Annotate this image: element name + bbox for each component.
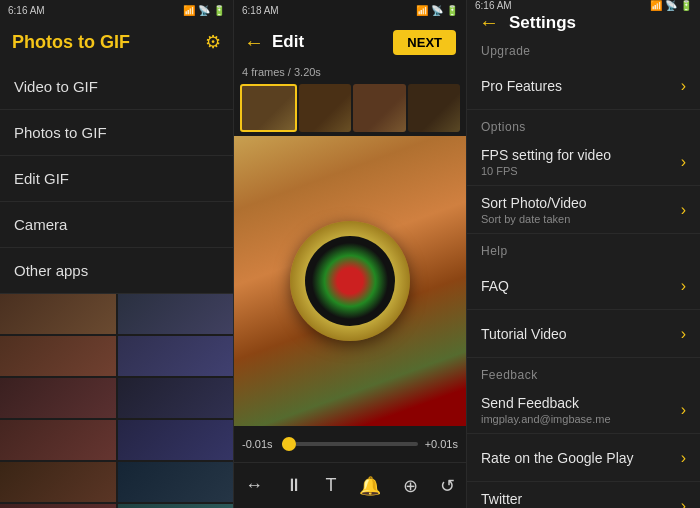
settings-section-feedback: Feedback [467,358,700,386]
frame-thumb-1[interactable] [240,84,297,132]
settings-item-sort-left: Sort Photo/Video Sort by date taken [481,195,587,225]
edit-status-bar: 6:18 AM 📶 📡 🔋 [234,0,466,20]
frame-thumb-2[interactable] [299,84,352,132]
settings-section-upgrade: Upgrade [467,34,700,62]
settings-status-time: 6:16 AM [475,0,512,11]
settings-status-icons: 📶 📡 🔋 [650,0,692,11]
sidebar-thumb-5 [0,378,116,418]
sidebar-status-time: 6:16 AM [8,5,45,16]
edit-back-icon[interactable]: ← [244,31,264,54]
sidebar-thumb-10 [118,462,234,502]
plate-inner [305,236,395,326]
sidebar-item-label: Other apps [14,262,88,279]
settings-chevron-feedback: › [681,401,686,419]
tool-filter-icon[interactable]: ⊕ [395,471,426,501]
settings-item-tutorial-left: Tutorial Video [481,326,567,342]
frame-thumb-3[interactable] [353,84,406,132]
sidebar-thumb-2 [118,294,234,334]
edit-next-button[interactable]: NEXT [393,30,456,55]
settings-header: ← Settings [467,11,700,34]
sidebar-thumb-6 [118,378,234,418]
sidebar-nav: Video to GIF Photos to GIF Edit GIF Came… [0,64,233,294]
settings-status-bar: 6:16 AM 📶 📡 🔋 [467,0,700,11]
timeline-track[interactable] [282,442,418,446]
edit-main-image [234,136,466,426]
settings-chevron-fps: › [681,153,686,171]
settings-item-faq[interactable]: FAQ › [467,262,700,310]
sidebar-panel: 6:16 AM 📶 📡 🔋 Photos to GIF ⚙ Video to G… [0,0,233,508]
edit-timeline: -0.01s +0.01s [234,426,466,462]
sidebar-item-video-to-gif[interactable]: Video to GIF [0,64,233,110]
settings-item-send-feedback-title: Send Feedback [481,395,611,411]
sidebar-thumb-7 [0,420,116,460]
settings-item-rate-google[interactable]: Rate on the Google Play › [467,434,700,482]
settings-chevron-pro: › [681,77,686,95]
settings-item-pro-features[interactable]: Pro Features › [467,62,700,110]
sidebar-item-camera[interactable]: Camera [0,202,233,248]
edit-title: Edit [272,32,393,52]
sidebar-thumb-1 [0,294,116,334]
settings-item-twitter-title: Twitter [481,491,531,507]
settings-section-help: Help [467,234,700,262]
edit-panel: 6:18 AM 📶 📡 🔋 ← Edit NEXT 4 frames / 3.2… [233,0,467,508]
frame-thumb-4[interactable] [408,84,461,132]
timeline-thumb[interactable] [282,437,296,451]
edit-status-time: 6:18 AM [242,5,279,16]
plate-visual [290,221,410,341]
settings-item-rate-google-title: Rate on the Google Play [481,450,634,466]
settings-item-twitter[interactable]: Twitter @imgPlay › [467,482,700,508]
settings-title: Settings [509,13,576,33]
tool-emoji-icon[interactable]: 🔔 [351,471,389,501]
edit-header: ← Edit NEXT [234,20,466,64]
settings-item-twitter-left: Twitter @imgPlay [481,491,531,509]
settings-item-faq-title: FAQ [481,278,509,294]
sidebar-item-other-apps[interactable]: Other apps [0,248,233,294]
settings-chevron-twitter: › [681,497,686,509]
sidebar-gear-icon[interactable]: ⚙ [205,31,221,53]
sidebar-item-edit-gif[interactable]: Edit GIF [0,156,233,202]
settings-item-send-feedback[interactable]: Send Feedback imgplay.and@imgbase.me › [467,386,700,434]
settings-item-fps-title: FPS setting for video [481,147,611,163]
settings-item-rate-google-left: Rate on the Google Play [481,450,634,466]
timeline-label-left: -0.01s [242,438,276,450]
tool-text-icon[interactable]: T [317,471,344,500]
settings-item-sort-title: Sort Photo/Video [481,195,587,211]
edit-status-icons: 📶 📡 🔋 [416,5,458,16]
settings-item-pro-features-left: Pro Features [481,78,562,94]
edit-toolbar: ↔ ⏸ T 🔔 ⊕ ↺ [234,462,466,508]
sidebar-thumb-9 [0,462,116,502]
sidebar-item-label: Camera [14,216,67,233]
sidebar-header: Photos to GIF ⚙ [0,20,233,64]
settings-item-sort[interactable]: Sort Photo/Video Sort by date taken › [467,186,700,234]
settings-item-send-feedback-subtitle: imgplay.and@imgbase.me [481,413,611,425]
sidebar-item-label: Edit GIF [14,170,69,187]
settings-item-tutorial-title: Tutorial Video [481,326,567,342]
sidebar-thumb-12 [118,504,234,508]
tool-pause-icon[interactable]: ⏸ [277,471,311,500]
settings-item-faq-left: FAQ [481,278,509,294]
settings-chevron-faq: › [681,277,686,295]
tool-resize-icon[interactable]: ↔ [237,471,271,500]
sidebar-thumb-3 [0,336,116,376]
settings-item-fps[interactable]: FPS setting for video 10 FPS › [467,138,700,186]
edit-frames-info: 4 frames / 3.20s [234,64,466,80]
settings-panel: 6:16 AM 📶 📡 🔋 ← Settings Upgrade Pro Fea… [467,0,700,508]
settings-item-tutorial[interactable]: Tutorial Video › [467,310,700,358]
settings-section-options: Options [467,110,700,138]
settings-chevron-rate: › [681,449,686,467]
sidebar-thumbnail-strip [0,294,233,508]
settings-item-pro-features-title: Pro Features [481,78,562,94]
sidebar-status-icons: 📶 📡 🔋 [183,5,225,16]
edit-frames-bar [234,80,466,136]
sidebar-title: Photos to GIF [12,32,205,53]
sidebar-item-photos-to-gif[interactable]: Photos to GIF [0,110,233,156]
settings-chevron-sort: › [681,201,686,219]
sidebar-status-bar: 6:16 AM 📶 📡 🔋 [0,0,233,20]
settings-item-fps-subtitle: 10 FPS [481,165,611,177]
settings-back-icon[interactable]: ← [479,11,499,34]
sidebar-item-label: Video to GIF [14,78,98,95]
sidebar-item-label: Photos to GIF [14,124,107,141]
settings-chevron-tutorial: › [681,325,686,343]
settings-item-fps-left: FPS setting for video 10 FPS [481,147,611,177]
tool-undo-icon[interactable]: ↺ [432,471,463,501]
